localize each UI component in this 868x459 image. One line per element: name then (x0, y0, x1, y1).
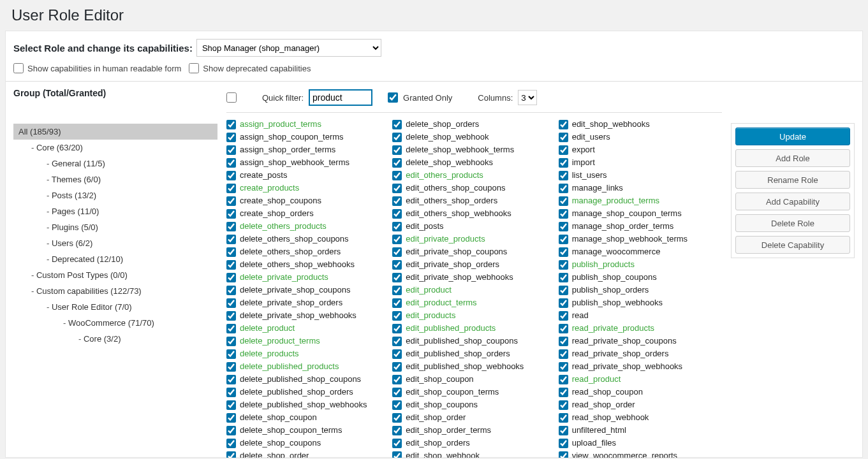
capability-checkbox[interactable] (226, 235, 236, 244)
capability-checkbox[interactable] (226, 388, 236, 397)
capability-checkbox[interactable] (559, 273, 568, 282)
capability-checkbox[interactable] (226, 311, 236, 321)
capability-checkbox[interactable] (559, 324, 568, 333)
capability-checkbox[interactable] (226, 133, 236, 142)
columns-select[interactable]: 3 (518, 90, 537, 105)
capability-checkbox[interactable] (392, 184, 402, 193)
capability-checkbox[interactable] (226, 337, 236, 346)
capability-checkbox[interactable] (226, 222, 236, 231)
capability-checkbox[interactable] (559, 413, 568, 423)
capability-checkbox[interactable] (559, 349, 568, 359)
role-select[interactable]: Shop Manager (shop_manager) (196, 39, 381, 57)
capability-checkbox[interactable] (392, 337, 402, 346)
quick-filter-input[interactable] (309, 89, 372, 106)
group-item[interactable]: All (185/93) (13, 124, 217, 140)
capability-checkbox[interactable] (392, 273, 402, 282)
capability-checkbox[interactable] (226, 362, 236, 372)
capability-checkbox[interactable] (559, 311, 568, 321)
capability-checkbox[interactable] (559, 298, 568, 308)
capability-checkbox[interactable] (559, 260, 568, 270)
capability-checkbox[interactable] (559, 362, 568, 372)
capability-checkbox[interactable] (226, 413, 236, 423)
capability-checkbox[interactable] (226, 451, 236, 458)
capability-checkbox[interactable] (559, 196, 568, 206)
capability-checkbox[interactable] (559, 337, 568, 346)
capability-checkbox[interactable] (392, 451, 402, 458)
group-item[interactable]: WooCommerce (71/70) (13, 315, 217, 331)
capability-checkbox[interactable] (226, 145, 236, 155)
capability-checkbox[interactable] (392, 247, 402, 257)
capability-checkbox[interactable] (392, 120, 402, 129)
capability-checkbox[interactable] (226, 209, 236, 219)
group-item[interactable]: Core (3/2) (13, 331, 217, 347)
capability-checkbox[interactable] (226, 375, 236, 384)
capability-checkbox[interactable] (392, 375, 402, 384)
capability-checkbox[interactable] (226, 171, 236, 180)
capability-checkbox[interactable] (559, 145, 568, 155)
group-item[interactable]: Posts (13/2) (13, 187, 217, 203)
capability-checkbox[interactable] (559, 400, 568, 410)
capability-checkbox[interactable] (392, 158, 402, 168)
capability-checkbox[interactable] (392, 400, 402, 410)
capability-checkbox[interactable] (559, 426, 568, 435)
rename-role-button[interactable]: Rename Role (735, 171, 850, 189)
capability-checkbox[interactable] (226, 196, 236, 206)
delete-capability-button[interactable]: Delete Capability (735, 236, 850, 254)
capability-checkbox[interactable] (226, 286, 236, 295)
capability-checkbox[interactable] (559, 171, 568, 180)
capability-checkbox[interactable] (392, 171, 402, 180)
capability-checkbox[interactable] (226, 349, 236, 359)
capability-checkbox[interactable] (559, 286, 568, 295)
capability-checkbox[interactable] (392, 286, 402, 295)
capability-checkbox[interactable] (392, 145, 402, 155)
capability-checkbox[interactable] (559, 209, 568, 219)
add-capability-button[interactable]: Add Capability (735, 193, 850, 210)
capability-checkbox[interactable] (226, 260, 236, 270)
capability-checkbox[interactable] (559, 375, 568, 384)
capability-checkbox[interactable] (226, 324, 236, 333)
capability-checkbox[interactable] (392, 426, 402, 435)
capability-checkbox[interactable] (559, 222, 568, 231)
capabilities-grid-scroll[interactable]: assign_product_termsassign_shop_coupon_t… (226, 112, 722, 458)
group-item[interactable]: Deprecated (12/10) (13, 251, 217, 267)
group-item[interactable]: User Role Editor (7/0) (13, 299, 217, 315)
capability-checkbox[interactable] (559, 388, 568, 397)
group-item[interactable]: Plugins (5/0) (13, 219, 217, 235)
capability-checkbox[interactable] (559, 247, 568, 257)
capability-checkbox[interactable] (559, 451, 568, 458)
capability-checkbox[interactable] (226, 298, 236, 308)
group-item[interactable]: Users (6/2) (13, 235, 217, 251)
granted-only-checkbox[interactable] (388, 92, 398, 103)
capability-checkbox[interactable] (559, 120, 568, 129)
add-role-button[interactable]: Add Role (735, 149, 850, 167)
capability-checkbox[interactable] (392, 298, 402, 308)
capability-checkbox[interactable] (392, 388, 402, 397)
capability-checkbox[interactable] (226, 120, 236, 129)
capability-checkbox[interactable] (392, 439, 402, 448)
capability-checkbox[interactable] (226, 247, 236, 257)
group-item[interactable]: Custom capabilities (122/73) (13, 283, 217, 299)
capability-checkbox[interactable] (392, 413, 402, 423)
capability-checkbox[interactable] (226, 158, 236, 168)
group-item[interactable]: Themes (6/0) (13, 171, 217, 187)
group-item[interactable]: Custom Post Types (0/0) (13, 267, 217, 283)
update-button[interactable]: Update (735, 127, 850, 145)
capability-checkbox[interactable] (559, 439, 568, 448)
capability-checkbox[interactable] (226, 184, 236, 193)
deprecated-checkbox[interactable] (189, 63, 199, 73)
capability-checkbox[interactable] (559, 133, 568, 142)
delete-role-button[interactable]: Delete Role (735, 214, 850, 232)
select-all-checkbox[interactable] (226, 92, 237, 103)
capability-checkbox[interactable] (226, 273, 236, 282)
capability-checkbox[interactable] (559, 235, 568, 244)
capability-checkbox[interactable] (392, 209, 402, 219)
capability-checkbox[interactable] (226, 426, 236, 435)
capability-checkbox[interactable] (559, 184, 568, 193)
group-item[interactable]: Pages (11/0) (13, 203, 217, 219)
capability-checkbox[interactable] (226, 400, 236, 410)
capability-checkbox[interactable] (392, 196, 402, 206)
capability-checkbox[interactable] (392, 349, 402, 359)
capability-checkbox[interactable] (392, 324, 402, 333)
capability-checkbox[interactable] (392, 260, 402, 270)
capability-checkbox[interactable] (559, 158, 568, 168)
